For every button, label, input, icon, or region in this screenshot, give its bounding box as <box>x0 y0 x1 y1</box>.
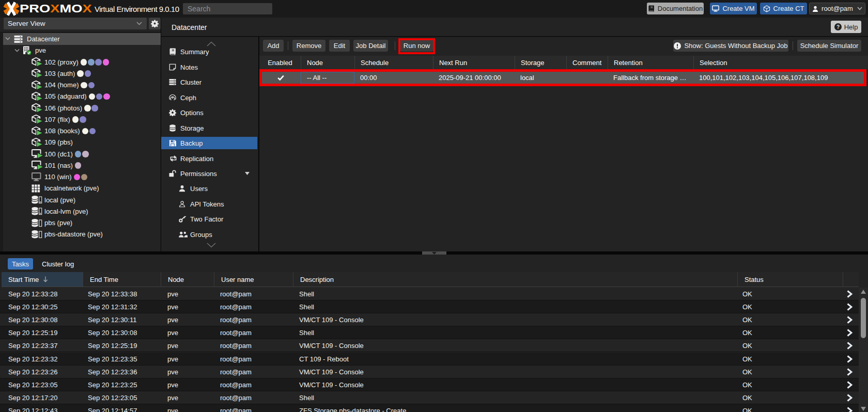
svg-text:?: ? <box>836 24 840 30</box>
